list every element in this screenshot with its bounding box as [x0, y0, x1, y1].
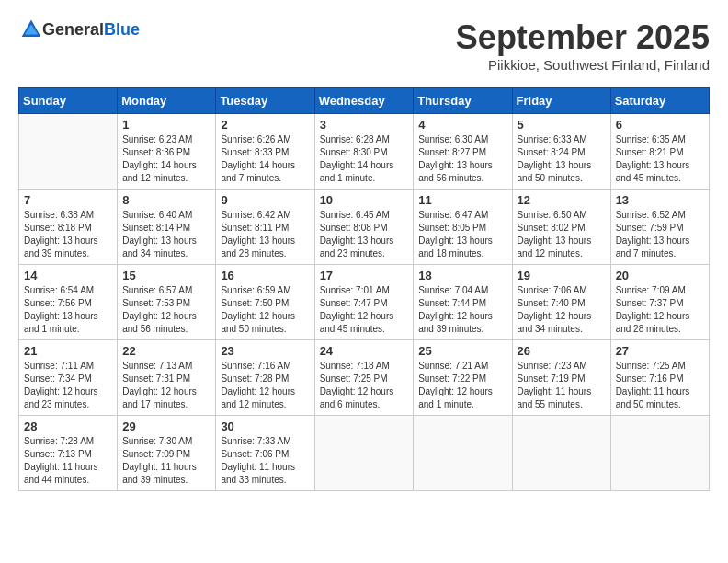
calendar-cell	[512, 416, 610, 491]
day-number: 2	[221, 118, 309, 132]
calendar-body: 1Sunrise: 6:23 AM Sunset: 8:36 PM Daylig…	[19, 114, 710, 491]
calendar-cell	[19, 114, 118, 190]
day-info: Sunrise: 7:25 AM Sunset: 7:16 PM Dayligh…	[616, 360, 704, 411]
day-info: Sunrise: 6:35 AM Sunset: 8:21 PM Dayligh…	[616, 133, 704, 185]
day-info: Sunrise: 6:33 AM Sunset: 8:24 PM Dayligh…	[518, 133, 606, 185]
calendar-cell: 12Sunrise: 6:50 AM Sunset: 8:02 PM Dayli…	[512, 190, 610, 265]
title-block: September 2025 Piikkioe, Southwest Finla…	[456, 18, 710, 73]
calendar-cell: 3Sunrise: 6:28 AM Sunset: 8:30 PM Daylig…	[314, 114, 414, 190]
calendar-table: SundayMondayTuesdayWednesdayThursdayFrid…	[18, 87, 710, 491]
day-info: Sunrise: 6:23 AM Sunset: 8:36 PM Dayligh…	[122, 133, 210, 185]
calendar-cell: 28Sunrise: 7:28 AM Sunset: 7:13 PM Dayli…	[19, 416, 118, 491]
day-info: Sunrise: 7:13 AM Sunset: 7:31 PM Dayligh…	[122, 360, 210, 411]
calendar-cell: 16Sunrise: 6:59 AM Sunset: 7:50 PM Dayli…	[216, 265, 314, 340]
weekday-header-sunday: Sunday	[19, 88, 118, 114]
logo-icon	[20, 18, 42, 40]
calendar-cell: 21Sunrise: 7:11 AM Sunset: 7:34 PM Dayli…	[19, 340, 118, 416]
day-info: Sunrise: 6:45 AM Sunset: 8:08 PM Dayligh…	[320, 209, 409, 260]
day-number: 30	[221, 419, 309, 433]
calendar-cell: 4Sunrise: 6:30 AM Sunset: 8:27 PM Daylig…	[414, 114, 512, 190]
day-number: 12	[518, 193, 606, 207]
day-number: 8	[122, 193, 210, 207]
page-header: GeneralBlue September 2025 Piikkioe, Sou…	[18, 18, 710, 73]
day-number: 23	[221, 344, 309, 358]
day-number: 3	[320, 118, 409, 132]
day-number: 5	[518, 118, 606, 132]
day-number: 14	[24, 269, 112, 282]
day-number: 6	[616, 118, 704, 132]
day-number: 13	[616, 193, 704, 207]
calendar-cell: 29Sunrise: 7:30 AM Sunset: 7:09 PM Dayli…	[118, 416, 216, 491]
day-info: Sunrise: 7:06 AM Sunset: 7:40 PM Dayligh…	[518, 284, 606, 336]
calendar-week-row: 21Sunrise: 7:11 AM Sunset: 7:34 PM Dayli…	[19, 340, 710, 416]
day-info: Sunrise: 6:26 AM Sunset: 8:33 PM Dayligh…	[221, 133, 309, 185]
calendar-cell: 15Sunrise: 6:57 AM Sunset: 7:53 PM Dayli…	[118, 265, 216, 340]
day-info: Sunrise: 7:04 AM Sunset: 7:44 PM Dayligh…	[418, 284, 506, 336]
day-info: Sunrise: 6:54 AM Sunset: 7:56 PM Dayligh…	[24, 284, 112, 336]
day-info: Sunrise: 7:01 AM Sunset: 7:47 PM Dayligh…	[320, 284, 409, 336]
day-info: Sunrise: 6:30 AM Sunset: 8:27 PM Dayligh…	[418, 133, 506, 185]
calendar-cell: 19Sunrise: 7:06 AM Sunset: 7:40 PM Dayli…	[512, 265, 610, 340]
calendar-cell: 14Sunrise: 6:54 AM Sunset: 7:56 PM Dayli…	[19, 265, 118, 340]
day-number: 26	[518, 344, 606, 358]
day-info: Sunrise: 7:28 AM Sunset: 7:13 PM Dayligh…	[24, 435, 112, 487]
calendar-week-row: 1Sunrise: 6:23 AM Sunset: 8:36 PM Daylig…	[19, 114, 710, 190]
day-number: 7	[24, 193, 112, 207]
day-info: Sunrise: 6:57 AM Sunset: 7:53 PM Dayligh…	[122, 284, 210, 336]
calendar-cell: 13Sunrise: 6:52 AM Sunset: 7:59 PM Dayli…	[610, 190, 709, 265]
day-number: 24	[320, 344, 409, 358]
day-info: Sunrise: 6:38 AM Sunset: 8:18 PM Dayligh…	[24, 209, 112, 260]
weekday-header-row: SundayMondayTuesdayWednesdayThursdayFrid…	[19, 88, 710, 114]
logo-general: General	[42, 20, 104, 39]
day-info: Sunrise: 6:42 AM Sunset: 8:11 PM Dayligh…	[221, 209, 309, 260]
weekday-header-monday: Monday	[118, 88, 216, 114]
day-info: Sunrise: 6:47 AM Sunset: 8:05 PM Dayligh…	[418, 209, 506, 260]
day-number: 11	[418, 193, 506, 207]
calendar-cell	[314, 416, 414, 491]
calendar-cell	[414, 416, 512, 491]
calendar-cell: 24Sunrise: 7:18 AM Sunset: 7:25 PM Dayli…	[314, 340, 414, 416]
day-number: 19	[518, 269, 606, 282]
day-info: Sunrise: 7:30 AM Sunset: 7:09 PM Dayligh…	[122, 435, 210, 487]
day-info: Sunrise: 6:52 AM Sunset: 7:59 PM Dayligh…	[616, 209, 704, 260]
calendar-cell: 7Sunrise: 6:38 AM Sunset: 8:18 PM Daylig…	[19, 190, 118, 265]
calendar-cell: 11Sunrise: 6:47 AM Sunset: 8:05 PM Dayli…	[414, 190, 512, 265]
weekday-header-wednesday: Wednesday	[314, 88, 414, 114]
calendar-cell: 10Sunrise: 6:45 AM Sunset: 8:08 PM Dayli…	[314, 190, 414, 265]
weekday-header-saturday: Saturday	[610, 88, 709, 114]
calendar-week-row: 14Sunrise: 6:54 AM Sunset: 7:56 PM Dayli…	[19, 265, 710, 340]
day-number: 22	[122, 344, 210, 358]
day-number: 29	[122, 419, 210, 433]
day-number: 1	[122, 118, 210, 132]
day-info: Sunrise: 7:16 AM Sunset: 7:28 PM Dayligh…	[221, 360, 309, 411]
day-number: 4	[418, 118, 506, 132]
calendar-cell: 20Sunrise: 7:09 AM Sunset: 7:37 PM Dayli…	[610, 265, 709, 340]
day-number: 28	[24, 419, 112, 433]
weekday-header-tuesday: Tuesday	[216, 88, 314, 114]
calendar-cell: 9Sunrise: 6:42 AM Sunset: 8:11 PM Daylig…	[216, 190, 314, 265]
calendar-cell: 18Sunrise: 7:04 AM Sunset: 7:44 PM Dayli…	[414, 265, 512, 340]
weekday-header-friday: Friday	[512, 88, 610, 114]
calendar-cell: 26Sunrise: 7:23 AM Sunset: 7:19 PM Dayli…	[512, 340, 610, 416]
calendar-week-row: 7Sunrise: 6:38 AM Sunset: 8:18 PM Daylig…	[19, 190, 710, 265]
day-number: 21	[24, 344, 112, 358]
logo-blue: Blue	[104, 20, 140, 39]
calendar-cell: 17Sunrise: 7:01 AM Sunset: 7:47 PM Dayli…	[314, 265, 414, 340]
month-title: September 2025	[456, 18, 710, 57]
day-info: Sunrise: 7:11 AM Sunset: 7:34 PM Dayligh…	[24, 360, 112, 411]
day-number: 16	[221, 269, 309, 282]
calendar-cell: 30Sunrise: 7:33 AM Sunset: 7:06 PM Dayli…	[216, 416, 314, 491]
weekday-header-thursday: Thursday	[414, 88, 512, 114]
day-number: 10	[320, 193, 409, 207]
day-number: 18	[418, 269, 506, 282]
location-title: Piikkioe, Southwest Finland, Finland	[456, 57, 710, 73]
day-info: Sunrise: 7:18 AM Sunset: 7:25 PM Dayligh…	[320, 360, 409, 411]
day-number: 27	[616, 344, 704, 358]
day-number: 20	[616, 269, 704, 282]
logo: GeneralBlue	[18, 18, 140, 40]
calendar-cell: 8Sunrise: 6:40 AM Sunset: 8:14 PM Daylig…	[118, 190, 216, 265]
calendar-cell	[610, 416, 709, 491]
day-number: 9	[221, 193, 309, 207]
calendar-cell: 23Sunrise: 7:16 AM Sunset: 7:28 PM Dayli…	[216, 340, 314, 416]
calendar-cell: 5Sunrise: 6:33 AM Sunset: 8:24 PM Daylig…	[512, 114, 610, 190]
